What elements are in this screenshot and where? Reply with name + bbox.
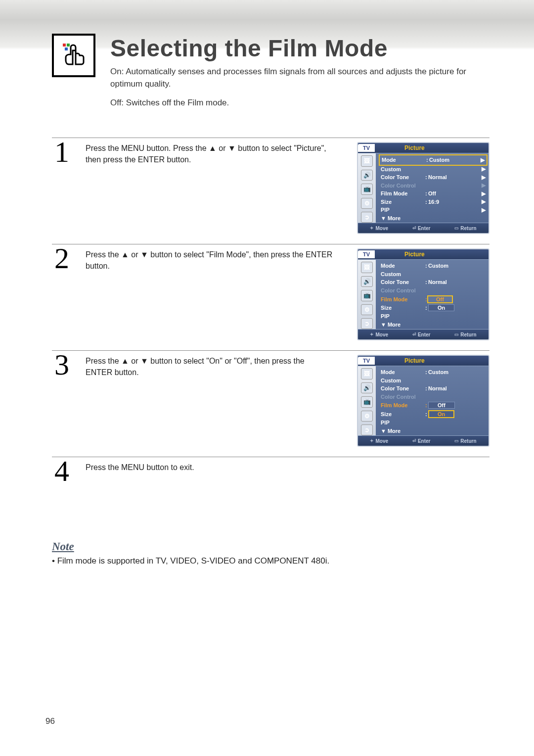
osd-screenshot-1: TV Picture 🖼 🔊 📺 ⚙ ➲ Mo <box>357 142 490 234</box>
osd-title: Picture <box>404 144 425 151</box>
osd-row-pip: PIP <box>381 419 486 426</box>
osd-row-more: ▼ More <box>381 215 486 222</box>
osd-row-filmmode: Film Mode: Off <box>381 295 486 303</box>
osd-footer: ✦Move ⏎Enter ▭Return <box>358 223 489 233</box>
svg-rect-0 <box>63 44 66 47</box>
osd-row-pip: PIP <box>381 313 486 320</box>
osd-footer: ✦Move ⏎Enter ▭Return <box>358 435 489 446</box>
setup-icon: ⚙ <box>361 198 373 209</box>
osd-row-mode: Mode: Custom <box>381 368 486 376</box>
osd-row-colortone: Color Tone: Normal▶ <box>381 174 486 181</box>
page-title: Selecting the Film Mode <box>110 35 490 62</box>
pointing-hand-icon <box>52 34 95 77</box>
step-text: Press the MENU button to exit. <box>86 462 343 473</box>
osd-row-colortone: Color Tone: Normal <box>381 279 486 286</box>
osd-row-colorcontrol: Color Control <box>381 393 486 401</box>
osd-row-more: ▼ More <box>381 427 486 434</box>
step-2: 2 Press the ▲ or ▼ button to select "Fil… <box>52 244 490 340</box>
osd-footer: ✦Move ⏎Enter ▭Return <box>358 329 489 339</box>
return-icon: ▭ <box>454 438 459 443</box>
option-off-selected: Off <box>427 295 453 303</box>
note-text: • Film mode is supported in TV, VIDEO, S… <box>52 556 490 566</box>
osd-row-pip: PIP▶ <box>381 206 486 214</box>
step-3: 3 Press the ▲ or ▼ button to select "On"… <box>52 350 490 447</box>
intro-on-text: On: Automatically senses and processes f… <box>110 66 490 90</box>
osd-tv-badge: TV <box>358 250 375 258</box>
osd-title: Picture <box>404 357 425 364</box>
option-off: Off <box>428 402 455 409</box>
osd-iconbar: 🖼 🔊 📺 ⚙ ➲ <box>358 366 376 435</box>
channel-icon: 📺 <box>361 290 373 301</box>
osd-row-custom: Custom <box>381 377 486 384</box>
input-icon: ➲ <box>361 318 373 329</box>
osd-tv-badge: TV <box>358 357 375 365</box>
note-section: Note • Film mode is supported in TV, VID… <box>52 540 490 566</box>
osd-row-size: Size: On <box>381 410 486 418</box>
osd-screenshot-2: TV Picture 🖼 🔊 📺 ⚙ ➲ Mo <box>357 248 490 340</box>
osd-screenshot-3: TV Picture 🖼 🔊 📺 ⚙ ➲ Mo <box>357 355 490 447</box>
osd-row-size: Size: 16:9▶ <box>381 198 486 206</box>
enter-icon: ⏎ <box>412 438 416 443</box>
move-icon: ✦ <box>370 438 374 443</box>
enter-icon: ⏎ <box>412 332 416 337</box>
intro-off-text: Off: Switches off the Film mode. <box>110 98 490 108</box>
sound-icon: 🔊 <box>361 170 373 181</box>
step-text: Press the ▲ or ▼ button to select "On" o… <box>86 356 343 378</box>
return-icon: ▭ <box>454 226 459 231</box>
step-text: Press the ▲ or ▼ button to select "Film … <box>86 249 343 272</box>
setup-icon: ⚙ <box>361 304 373 315</box>
osd-row-colorcontrol: Color Control <box>381 287 486 294</box>
sound-icon: 🔊 <box>361 276 373 287</box>
svg-rect-1 <box>67 44 70 47</box>
channel-icon: 📺 <box>361 396 373 407</box>
picture-icon: 🖼 <box>361 368 373 379</box>
step-number: 4 <box>52 459 72 483</box>
step-number: 2 <box>52 246 72 270</box>
return-icon: ▭ <box>454 332 459 337</box>
osd-tv-badge: TV <box>358 144 375 152</box>
osd-row-size: Size: On <box>381 304 486 312</box>
picture-icon: 🖼 <box>361 155 373 166</box>
osd-row-mode: Mode: Custom▶ <box>379 154 488 165</box>
osd-row-colorcontrol: Color Control▶ <box>381 182 486 189</box>
move-icon: ✦ <box>370 332 374 337</box>
osd-title: Picture <box>404 251 425 258</box>
osd-row-custom: Custom▶ <box>381 166 486 173</box>
move-icon: ✦ <box>370 226 374 231</box>
step-1: 1 Press the MENU button. Press the ▲ or … <box>52 138 490 234</box>
osd-iconbar: 🖼 🔊 📺 ⚙ ➲ <box>358 153 376 223</box>
osd-row-custom: Custom <box>381 270 486 278</box>
enter-icon: ⏎ <box>412 226 416 231</box>
option-on: On <box>428 304 454 311</box>
osd-row-more: ▼ More <box>381 321 486 328</box>
osd-row-filmmode: Film Mode: Off▶ <box>381 190 486 197</box>
osd-iconbar: 🖼 🔊 📺 ⚙ ➲ <box>358 260 376 329</box>
note-heading: Note <box>52 540 490 553</box>
option-on-selected: On <box>428 410 454 418</box>
step-number: 1 <box>52 140 72 164</box>
osd-row-filmmode: Film Mode: Off <box>381 402 486 409</box>
step-4: 4 Press the MENU button to exit. <box>52 457 490 491</box>
input-icon: ➲ <box>361 212 373 223</box>
setup-icon: ⚙ <box>361 411 373 422</box>
osd-row-mode: Mode: Custom <box>381 262 486 269</box>
step-text: Press the MENU button. Press the ▲ or ▼ … <box>86 143 343 165</box>
sound-icon: 🔊 <box>361 382 373 393</box>
svg-rect-2 <box>65 47 68 50</box>
osd-row-colortone: Color Tone: Normal <box>381 385 486 392</box>
page-number: 96 <box>45 716 55 726</box>
picture-icon: 🖼 <box>361 262 373 273</box>
channel-icon: 📺 <box>361 184 373 194</box>
input-icon: ➲ <box>361 425 373 435</box>
step-number: 3 <box>52 353 72 377</box>
